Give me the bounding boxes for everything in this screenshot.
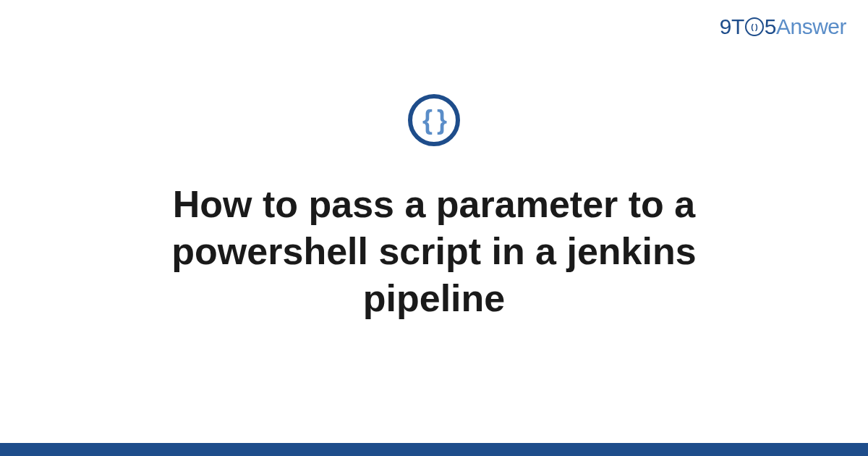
braces-icon: { } <box>422 107 446 133</box>
main-content: { } How to pass a parameter to a powersh… <box>0 94 868 322</box>
logo-part-9: 9 <box>720 14 731 38</box>
logo-part-t: T <box>731 14 744 38</box>
question-title: How to pass a parameter to a powershell … <box>109 181 760 322</box>
site-logo[interactable]: 9T( )5Answer <box>720 14 846 39</box>
logo-part-5: 5 <box>765 14 776 38</box>
logo-part-answer: Answer <box>776 14 846 38</box>
footer-accent-bar <box>0 443 868 456</box>
logo-clock-icon: ( ) <box>745 17 764 36</box>
category-code-icon: { } <box>408 94 460 146</box>
